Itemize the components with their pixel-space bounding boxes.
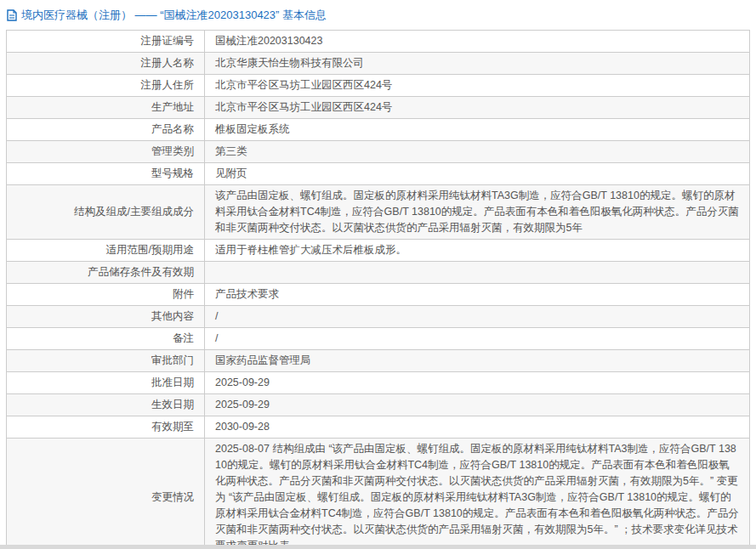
page-title: 境内医疗器械（注册） —— “国械注准20203130423” 基本信息 [21,8,327,23]
page: 境内医疗器械（注册） —— “国械注准20203130423” 基本信息 注册证… [0,0,756,545]
row-value: 2025-09-29 [205,394,750,416]
table-row: 生产地址北京市平谷区马坊工业园区西区424号 [7,97,750,119]
row-value: 椎板固定板系统 [205,119,750,141]
row-value: 国家药品监督管理局 [205,350,750,372]
info-table: 注册证编号国械注准20203130423注册人名称北京华康天怡生物科技有限公司注… [6,30,750,545]
row-value: 第三类 [205,141,750,163]
row-value: 该产品由固定板、螺钉组成。固定板的原材料采用纯钛材料TA3G制造，应符合GB/T… [205,185,750,240]
row-label: 注册人名称 [7,53,205,75]
table-row: 产品名称椎板固定板系统 [7,119,750,141]
row-label: 管理类别 [7,141,205,163]
table-row: 适用范围/预期用途适用于脊柱椎管扩大减压术后椎板成形。 [7,240,750,262]
row-value: 北京华康天怡生物科技有限公司 [205,53,750,75]
row-label: 审批部门 [7,350,205,372]
table-row: 有效期至2030-09-28 [7,416,750,439]
row-label: 备注 [7,328,205,350]
row-value: 2025-08-07 结构组成由 “该产品由固定板、螺钉组成。固定板的原材料采用… [205,439,750,546]
table-row: 附件产品技术要求 [7,284,750,306]
row-value: / [205,328,750,350]
row-value: / [205,306,750,328]
table-row: 产品储存条件及有效期 [7,262,750,284]
row-label: 变更情况 [7,439,205,546]
table-row: 结构及组成/主要组成成分该产品由固定板、螺钉组成。固定板的原材料采用纯钛材料TA… [7,185,750,240]
row-label: 附件 [7,284,205,306]
table-row: 审批部门国家药品监督管理局 [7,350,750,372]
row-label: 生产地址 [7,97,205,119]
row-label: 结构及组成/主要组成成分 [7,185,205,240]
table-row: 生效日期2025-09-29 [7,394,750,416]
row-label: 其他内容 [7,306,205,328]
row-value: 国械注准20203130423 [205,31,750,53]
row-value: 产品技术要求 [205,284,750,306]
row-label: 有效期至 [7,416,205,439]
row-label: 注册证编号 [7,31,205,53]
row-value: 2025-09-29 [205,372,750,394]
row-value: 适用于脊柱椎管扩大减压术后椎板成形。 [205,240,750,262]
table-row: 注册人名称北京华康天怡生物科技有限公司 [7,53,750,75]
row-value: 北京市平谷区马坊工业园区西区424号 [205,75,750,97]
row-label: 批准日期 [7,372,205,394]
row-value [205,262,750,284]
row-value: 见附页 [205,163,750,185]
page-header: 境内医疗器械（注册） —— “国械注准20203130423” 基本信息 [0,0,756,28]
document-icon [7,9,18,21]
row-value: 北京市平谷区马坊工业园区西区424号 [205,97,750,119]
table-row: 注册人住所北京市平谷区马坊工业园区西区424号 [7,75,750,97]
table-row: 备注/ [7,328,750,350]
row-label: 产品名称 [7,119,205,141]
row-label: 产品储存条件及有效期 [7,262,205,284]
info-table-body: 注册证编号国械注准20203130423注册人名称北京华康天怡生物科技有限公司注… [7,31,750,546]
table-row: 注册证编号国械注准20203130423 [7,31,750,53]
table-row: 批准日期2025-09-29 [7,372,750,394]
row-value: 2030-09-28 [205,416,750,439]
row-label: 注册人住所 [7,75,205,97]
row-label: 生效日期 [7,394,205,416]
table-row: 型号规格见附页 [7,163,750,185]
table-row: 管理类别第三类 [7,141,750,163]
row-label: 型号规格 [7,163,205,185]
table-row: 其他内容/ [7,306,750,328]
table-row: 变更情况2025-08-07 结构组成由 “该产品由固定板、螺钉组成。固定板的原… [7,439,750,546]
row-label: 适用范围/预期用途 [7,240,205,262]
